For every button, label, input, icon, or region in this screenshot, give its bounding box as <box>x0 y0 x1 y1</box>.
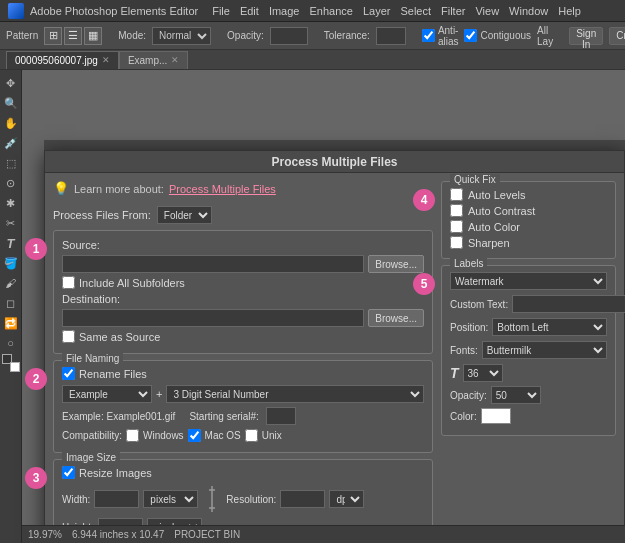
starting-serial-label: Starting serial#: <box>189 411 258 422</box>
naming-select-1[interactable]: Example <box>62 385 152 403</box>
auto-contrast-checkbox[interactable] <box>450 204 463 217</box>
hand-tool-icon[interactable]: ✋ <box>2 114 20 132</box>
paint-bucket-icon[interactable]: 🪣 <box>2 254 20 272</box>
anti-alias-row[interactable]: Anti-alias <box>422 25 459 47</box>
move-tool-icon[interactable]: ✥ <box>2 74 20 92</box>
eraser-icon[interactable]: ◻ <box>2 294 20 312</box>
menu-image[interactable]: Image <box>269 5 300 17</box>
auto-contrast-row[interactable]: Auto Contrast <box>450 204 607 217</box>
resize-images-checkbox[interactable] <box>62 466 75 479</box>
fonts-label: Fonts: <box>450 345 478 356</box>
brush-tool-icon[interactable]: 🖌 <box>2 274 20 292</box>
selection-tool-icon[interactable]: ⬚ <box>2 154 20 172</box>
tab1-close-icon[interactable]: ✕ <box>102 55 110 65</box>
opacity-select[interactable]: 50 <box>491 386 541 404</box>
list-view-icon[interactable]: ☰ <box>64 27 82 45</box>
menu-enhance[interactable]: Enhance <box>309 5 352 17</box>
auto-levels-row[interactable]: Auto Levels <box>450 188 607 201</box>
browse-source-button[interactable]: Browse... <box>368 255 424 273</box>
rename-files-checkbox[interactable] <box>62 367 75 380</box>
font-size-select[interactable]: 36 <box>463 364 503 382</box>
all-layers-label: All Lay <box>537 25 553 47</box>
app-title: Adobe Photoshop Elements Editor <box>30 5 198 17</box>
grid-view-icon[interactable]: ⊞ <box>44 27 62 45</box>
bulb-icon: 💡 <box>53 181 69 196</box>
file-naming-box: File Naming Rename Files Example + <box>53 360 433 453</box>
custom-text-label: Custom Text: <box>450 299 508 310</box>
width-resolution-row: Width: 500 pixels <box>62 484 424 514</box>
toolbar: Pattern ⊞ ☰ ▦ Mode: Normal Opacity: 100%… <box>0 22 625 50</box>
starting-serial-input[interactable]: 1 <box>266 407 296 425</box>
status-bar: 19.97% 6.944 inches x 10.47 PROJECT BIN <box>22 525 625 543</box>
contiguous-row[interactable]: Contiguous <box>464 29 531 42</box>
include-subfolders-row[interactable]: Include All Subfolders <box>62 276 424 289</box>
same-as-source-checkbox[interactable] <box>62 330 75 343</box>
width-unit-select[interactable]: pixels <box>143 490 198 508</box>
magic-wand-icon[interactable]: ✱ <box>2 194 20 212</box>
toolbar-icons: ⊞ ☰ ▦ <box>44 27 102 45</box>
auto-color-row[interactable]: Auto Color <box>450 220 607 233</box>
dest-path-input[interactable]: ktop:untitled folder:Example:Example Bat… <box>62 309 364 327</box>
source-path-input[interactable]: rs:kaelahbee:Desktop:untitled folder:Exa… <box>62 255 364 273</box>
anti-alias-checkbox[interactable] <box>422 29 435 42</box>
file-naming-section-label: File Naming <box>62 353 123 364</box>
foreground-bg-icon[interactable] <box>2 354 20 372</box>
dialog-left-panel: 💡 Learn more about: Process Multiple Fil… <box>53 181 433 543</box>
tab-image1[interactable]: 000095060007.jpg ✕ <box>6 51 119 69</box>
watermark-select[interactable]: Watermark <box>450 272 607 290</box>
width-input[interactable]: 500 <box>94 490 139 508</box>
dest-input-row[interactable]: ktop:untitled folder:Example:Example Bat… <box>62 309 424 327</box>
process-files-from-row: Process Files From: Folder <box>53 206 433 224</box>
tab2-close-icon[interactable]: ✕ <box>171 55 179 65</box>
opacity-input[interactable]: 100% <box>270 27 308 45</box>
menu-window[interactable]: Window <box>509 5 548 17</box>
learn-more-link[interactable]: Process Multiple Files <box>169 183 276 195</box>
dodge-burn-icon[interactable]: ○ <box>2 334 20 352</box>
windows-checkbox[interactable] <box>126 429 139 442</box>
create-button[interactable]: Create <box>609 27 625 45</box>
macos-checkbox[interactable] <box>188 429 201 442</box>
menu-file[interactable]: File <box>212 5 230 17</box>
menu-edit[interactable]: Edit <box>240 5 259 17</box>
pattern-label: Pattern <box>6 30 38 41</box>
crop-tool-icon[interactable]: ✂ <box>2 214 20 232</box>
lasso-tool-icon[interactable]: ⊙ <box>2 174 20 192</box>
sharpen-row[interactable]: Sharpen <box>450 236 607 249</box>
auto-color-checkbox[interactable] <box>450 220 463 233</box>
process-from-select[interactable]: Folder <box>157 206 212 224</box>
menu-items: File Edit Image Enhance Layer Select Fil… <box>212 5 581 17</box>
position-select[interactable]: Bottom Left <box>492 318 607 336</box>
resize-images-row[interactable]: Resize Images <box>62 466 424 479</box>
rename-files-row[interactable]: Rename Files <box>62 367 424 380</box>
menu-help[interactable]: Help <box>558 5 581 17</box>
color-swatch[interactable] <box>481 408 511 424</box>
resolution-input[interactable]: 72 <box>280 490 325 508</box>
menu-filter[interactable]: Filter <box>441 5 465 17</box>
contiguous-checkbox[interactable] <box>464 29 477 42</box>
tolerance-input[interactable]: 32 <box>376 27 406 45</box>
auto-levels-checkbox[interactable] <box>450 188 463 201</box>
browse-dest-button[interactable]: Browse... <box>368 309 424 327</box>
menu-view[interactable]: View <box>475 5 499 17</box>
type-tool-icon[interactable]: T <box>2 234 20 252</box>
eyedropper-icon[interactable]: 💉 <box>2 134 20 152</box>
watermark-select-row[interactable]: Watermark <box>450 272 607 290</box>
include-subfolders-checkbox[interactable] <box>62 276 75 289</box>
menu-layer[interactable]: Layer <box>363 5 391 17</box>
mode-select[interactable]: Normal <box>152 27 211 45</box>
tab-image2[interactable]: Examp... ✕ <box>119 51 188 69</box>
source-label: Source: <box>62 239 100 251</box>
unix-checkbox[interactable] <box>245 429 258 442</box>
stamp-icon[interactable]: 🔁 <box>2 314 20 332</box>
custom-text-input[interactable]: Kaelah Bee <box>512 295 625 313</box>
naming-select-2[interactable]: 3 Digit Serial Number <box>166 385 424 403</box>
resolution-unit-select[interactable]: dpi <box>329 490 364 508</box>
zoom-tool-icon[interactable]: 🔍 <box>2 94 20 112</box>
menu-select[interactable]: Select <box>400 5 431 17</box>
font-select[interactable]: Buttermilk <box>482 341 607 359</box>
same-as-source-row[interactable]: Same as Source <box>62 330 424 343</box>
sharpen-checkbox[interactable] <box>450 236 463 249</box>
source-input-row[interactable]: rs:kaelahbee:Desktop:untitled folder:Exa… <box>62 255 424 273</box>
sign-in-button[interactable]: Sign In <box>569 27 603 45</box>
detail-view-icon[interactable]: ▦ <box>84 27 102 45</box>
